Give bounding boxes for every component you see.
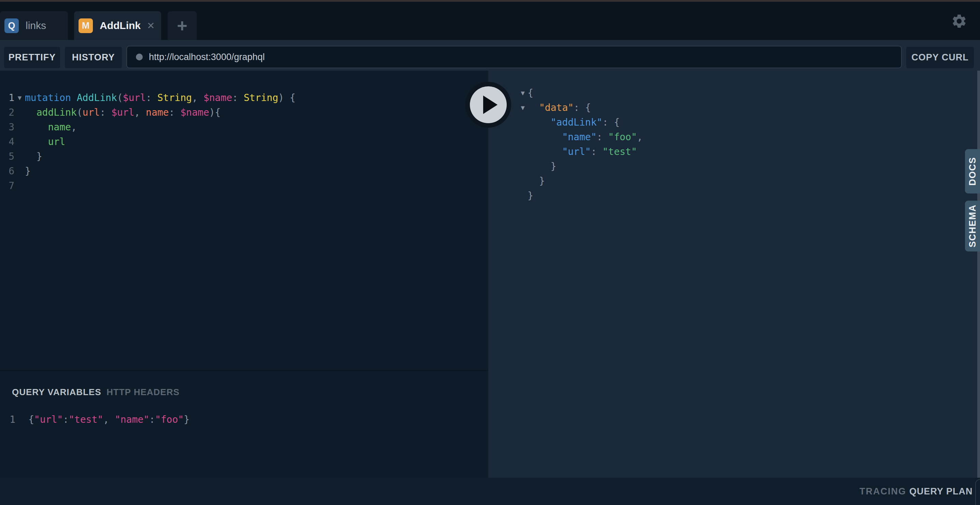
code-line: "addLink": { [488,115,980,130]
code-line: } [488,188,980,203]
code-text: {"url":"test", "name":"foo"} [28,414,189,425]
code-line: } [488,174,980,188]
response-lines: ▼{▼ "data": { "addLink": { "name": "foo"… [488,71,980,203]
code-line: } [488,159,980,174]
bottom-bar [0,478,980,505]
response-viewer: ▼{▼ "data": { "addLink": { "name": "foo"… [488,71,980,478]
prettify-button[interactable]: PRETTIFY [4,47,60,68]
copy-curl-button[interactable]: COPY CURL [906,47,974,68]
code-line: 7 [0,178,488,193]
code-line: 5 } [0,149,488,164]
code-text: "addLink": { [528,117,620,128]
mutation-badge: M [78,18,93,33]
query-editor-lines: 1▼mutation AddLink($url: String, $name: … [0,71,488,193]
code-line: ▼{ [488,86,980,100]
code-text: name, [25,121,77,133]
variables-editor[interactable]: 1{"url":"test", "name":"foo"} [0,371,488,427]
tab-links-label: links [25,20,46,32]
code-text: } [528,175,545,187]
tab-docs[interactable]: DOCS [965,149,980,194]
code-text: } [528,161,556,172]
variables-panel: QUERY VARIABLES HTTP HEADERS 1{"url":"te… [0,370,488,478]
code-line: 1▼mutation AddLink($url: String, $name: … [0,91,488,105]
graphql-playground-window: Q links M AddLink ✕ + PRETTIFY HISTORY h… [0,0,980,505]
tab-schema[interactable]: SCHEMA [965,201,980,251]
tab-http-headers[interactable]: HTTP HEADERS [107,387,180,397]
toolbar: PRETTIFY HISTORY http://localhost:3000/g… [0,40,980,71]
code-text: } [528,190,533,201]
code-line: "name": "foo", [488,130,980,145]
tab-addlink[interactable]: M AddLink ✕ [74,11,161,40]
line-number: 2 [0,107,14,118]
collapse-arrow-icon[interactable]: ▼ [518,100,528,115]
code-line: 4 url [0,135,488,149]
code-text: mutation AddLink($url: String, $name: St… [25,92,295,103]
endpoint-url-value: http://localhost:3000/graphql [149,52,265,62]
line-number: 5 [0,151,14,162]
docs-label: DOCS [967,157,978,186]
response-scrollbar[interactable] [977,71,980,478]
endpoint-url-input[interactable]: http://localhost:3000/graphql [126,46,902,68]
new-tab-button[interactable]: + [168,11,197,40]
code-text: { [528,87,533,98]
close-tab-icon[interactable]: ✕ [147,20,155,32]
tracing-toggle[interactable]: TRACING [859,478,906,505]
code-text: addLink(url: $url, name: $name){ [25,107,221,118]
line-number: 7 [0,180,14,191]
code-line: 2 addLink(url: $url, name: $name){ [0,105,488,120]
line-number: 3 [0,121,14,133]
line-number: 6 [0,165,14,177]
code-line: 6} [0,164,488,178]
play-icon [470,86,507,123]
tracing-panel-corner [975,479,980,505]
query-badge: Q [5,18,19,33]
schema-label: SCHEMA [967,204,978,248]
line-number: 1 [0,414,15,425]
tab-links[interactable]: Q links [0,11,68,40]
code-line: 3 name, [0,120,488,135]
code-text: "name": "foo", [528,131,643,143]
code-text: "url": "test" [528,146,637,157]
play-button[interactable] [465,82,511,128]
tab-bar: Q links M AddLink ✕ + [0,2,980,40]
fold-arrow-icon[interactable]: ▼ [14,91,25,105]
tab-addlink-label: AddLink [100,20,141,32]
query-plan-toggle[interactable]: QUERY PLAN [909,478,973,505]
code-text: url [25,136,65,148]
line-number: 1 [0,92,14,103]
plus-icon: + [177,17,187,35]
line-number: 4 [0,136,14,148]
code-text: } [25,151,42,162]
query-editor[interactable]: 1▼mutation AddLink($url: String, $name: … [0,71,488,370]
code-line: "url": "test" [488,145,980,159]
settings-gear-icon[interactable] [951,13,967,29]
code-line: ▼ "data": { [488,100,980,115]
history-button[interactable]: HISTORY [65,47,122,68]
endpoint-status-dot-icon [136,54,143,60]
code-line: 1{"url":"test", "name":"foo"} [0,412,488,427]
code-text: } [25,165,31,177]
tab-query-variables[interactable]: QUERY VARIABLES [12,387,102,397]
collapse-arrow-icon[interactable]: ▼ [518,86,528,100]
code-text: "data": { [528,102,591,113]
